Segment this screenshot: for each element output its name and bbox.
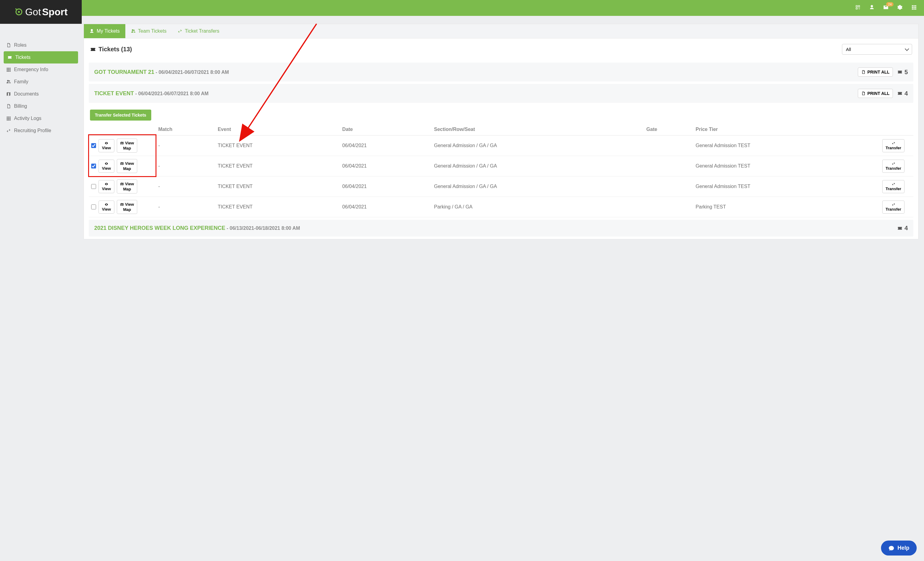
exchange-icon bbox=[892, 162, 896, 165]
row-checkbox[interactable] bbox=[91, 184, 96, 189]
ticket-icon bbox=[897, 226, 903, 231]
view-label: View bbox=[102, 186, 111, 191]
page-title: Tickets (13) bbox=[90, 46, 132, 53]
brand-part1: Got bbox=[25, 6, 41, 18]
transfer-button[interactable]: Transfer bbox=[882, 139, 904, 152]
event-name: GOT TOURNAMENT 21 bbox=[94, 69, 154, 75]
exchange-icon bbox=[177, 29, 182, 33]
pdf-icon bbox=[861, 70, 866, 74]
row-checkbox[interactable] bbox=[91, 143, 96, 148]
view-map-button[interactable]: ViewMap bbox=[117, 159, 137, 173]
plus-square-icon bbox=[6, 67, 11, 72]
transfer-label: Transfer bbox=[886, 166, 901, 171]
transfer-button[interactable]: Transfer bbox=[882, 180, 904, 193]
view-button[interactable]: View bbox=[99, 159, 114, 173]
sidebar-item-tickets[interactable]: Tickets bbox=[4, 51, 78, 63]
cell-match: - bbox=[156, 135, 215, 156]
event-datespan: - 06/04/2021-06/07/2021 8:00 AM bbox=[154, 69, 229, 75]
sidebar-item-label: Documents bbox=[14, 91, 39, 97]
view-map-button[interactable]: ViewMap bbox=[117, 179, 137, 194]
transfer-button[interactable]: Transfer bbox=[882, 200, 904, 214]
event-name: 2021 DISNEY HEROES WEEK LONG EXPERIENCE bbox=[94, 225, 225, 231]
tab-team-tickets[interactable]: Team Tickets bbox=[125, 24, 172, 38]
column-header: Date bbox=[340, 123, 432, 135]
pdf-icon bbox=[861, 91, 866, 96]
table-row: View ViewMap - TICKET EVENT 06/04/2021 G… bbox=[89, 176, 914, 197]
cell-section-row-seat: General Admission / GA / GA bbox=[432, 156, 644, 176]
print-all-label: PRINT ALL bbox=[867, 91, 890, 96]
column-header: Gate bbox=[644, 123, 693, 135]
sidebar-item-roles[interactable]: Roles bbox=[0, 39, 82, 51]
sidebar-item-label: Tickets bbox=[15, 55, 30, 60]
sidebar-item-emergency-info[interactable]: Emergency Info bbox=[0, 63, 82, 76]
tickets-table: MatchEventDateSection/Row/SeatGatePrice … bbox=[89, 123, 914, 217]
column-header: Price Tier bbox=[693, 123, 880, 135]
event-header[interactable]: GOT TOURNAMENT 21 - 06/04/2021-06/07/202… bbox=[89, 63, 914, 81]
tab-label: Team Tickets bbox=[138, 29, 166, 34]
settings-icon[interactable] bbox=[897, 5, 903, 12]
print-all-button[interactable]: PRINT ALL bbox=[858, 68, 893, 77]
page-title-text: Tickets (13) bbox=[99, 46, 132, 53]
sidebar-item-activity-logs[interactable]: Activity Logs bbox=[0, 112, 82, 125]
row-checkbox[interactable] bbox=[91, 205, 96, 209]
sidebar-item-billing[interactable]: Billing bbox=[0, 100, 82, 112]
cell-match: - bbox=[156, 176, 215, 197]
cell-section-row-seat: General Admission / GA / GA bbox=[432, 176, 644, 197]
map-icon bbox=[120, 182, 124, 186]
filter-select[interactable]: All bbox=[842, 44, 912, 55]
event-datespan: - 06/13/2021-06/18/2021 8:00 AM bbox=[225, 226, 300, 231]
view-button[interactable]: View bbox=[99, 139, 114, 152]
ticket-icon bbox=[897, 91, 903, 96]
transfer-button[interactable]: Transfer bbox=[882, 159, 904, 173]
view-button[interactable]: View bbox=[99, 180, 114, 193]
column-header: Match bbox=[156, 123, 215, 135]
sidebar-item-family[interactable]: Family bbox=[0, 76, 82, 88]
credit-card-icon bbox=[6, 104, 11, 109]
print-all-label: PRINT ALL bbox=[867, 69, 890, 74]
apps-grid-icon[interactable] bbox=[911, 5, 916, 12]
tab-ticket-transfers[interactable]: Ticket Transfers bbox=[172, 24, 225, 38]
exchange-icon bbox=[892, 182, 896, 186]
tab-label: Ticket Transfers bbox=[185, 29, 219, 34]
view-button[interactable]: View bbox=[99, 200, 114, 214]
cell-date: 06/04/2021 bbox=[340, 156, 432, 176]
event-ticket-count: 4 bbox=[897, 90, 908, 97]
view-map-label: Map bbox=[123, 207, 131, 212]
event-datespan: - 06/04/2021-06/07/2021 8:00 AM bbox=[134, 91, 208, 96]
brand-part2: Sport bbox=[42, 6, 68, 18]
cell-match: - bbox=[156, 156, 215, 176]
cell-date: 06/04/2021 bbox=[340, 197, 432, 217]
logo[interactable]: GotSport bbox=[0, 0, 82, 24]
cell-event: TICKET EVENT bbox=[215, 156, 340, 176]
cell-event: TICKET EVENT bbox=[215, 197, 340, 217]
sidebar-item-label: Emergency Info bbox=[14, 67, 48, 72]
messages-icon[interactable]: 24 bbox=[883, 5, 889, 12]
view-map-label: Map bbox=[123, 146, 131, 150]
archive-icon bbox=[6, 116, 11, 121]
view-label: View bbox=[102, 146, 111, 150]
notification-badge: 24 bbox=[886, 2, 894, 6]
row-checkbox[interactable] bbox=[91, 164, 96, 168]
event-header[interactable]: 2021 DISNEY HEROES WEEK LONG EXPERIENCE … bbox=[89, 220, 914, 236]
cell-match: - bbox=[156, 197, 215, 217]
view-map-button[interactable]: ViewMap bbox=[117, 138, 137, 153]
event-header[interactable]: TICKET EVENT - 06/04/2021-06/07/2021 8:0… bbox=[89, 84, 914, 103]
cell-price-tier: General Admission TEST bbox=[693, 135, 880, 156]
users-icon bbox=[131, 29, 136, 33]
sidebar-item-recruiting-profile[interactable]: Recruiting Profile bbox=[0, 125, 82, 137]
sidebar-item-documents[interactable]: Documents bbox=[0, 88, 82, 100]
print-all-button[interactable]: PRINT ALL bbox=[858, 89, 893, 98]
cell-section-row-seat: General Admission / GA / GA bbox=[432, 135, 644, 156]
transfer-selected-button[interactable]: Transfer Selected Tickets bbox=[90, 110, 151, 120]
view-map-label: Map bbox=[123, 166, 131, 171]
event-ticket-count: 5 bbox=[897, 69, 908, 76]
transfer-label: Transfer bbox=[886, 186, 901, 191]
sidebar-item-label: Activity Logs bbox=[14, 116, 42, 121]
cell-gate bbox=[644, 197, 693, 217]
view-map-button[interactable]: ViewMap bbox=[117, 200, 137, 214]
tab-my-tickets[interactable]: My Tickets bbox=[84, 24, 125, 38]
eye-icon bbox=[105, 162, 108, 165]
main-content: My TicketsTeam TicketsTicket Transfers T… bbox=[82, 24, 924, 251]
qr-icon[interactable] bbox=[855, 5, 861, 12]
profile-icon[interactable] bbox=[869, 5, 874, 12]
